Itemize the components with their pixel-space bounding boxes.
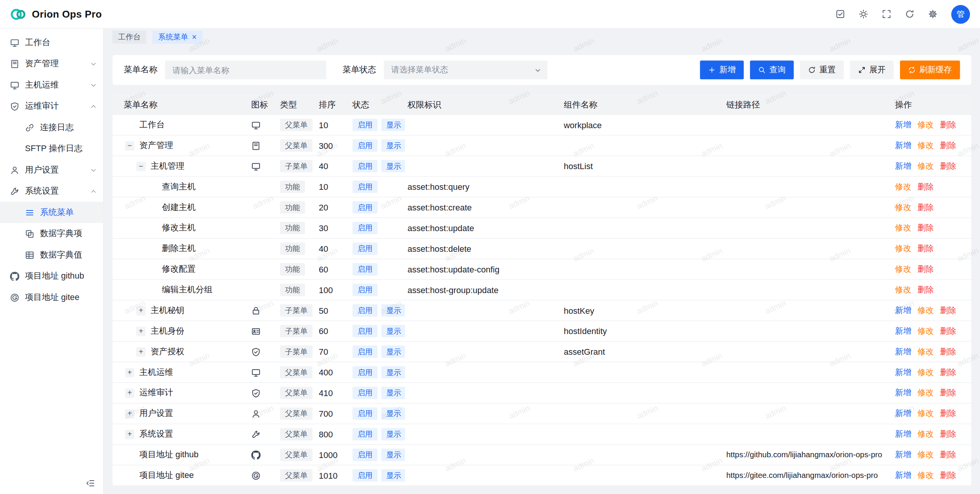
expand-row-icon[interactable]: + [125,429,134,439]
add-button[interactable]: 新增 [700,60,744,79]
sidebar-item[interactable]: 主机运维 [0,74,103,96]
add-link[interactable]: 新增 [895,140,911,151]
sidebar-item[interactable]: 系统设置 [0,181,103,202]
fullscreen-icon[interactable] [882,9,891,18]
add-link[interactable]: 新增 [895,449,911,460]
sidebar-item[interactable]: 项目地址 github [0,266,103,287]
menu-name: 主机身份 [150,326,184,337]
edit-link[interactable]: 修改 [895,222,911,233]
edit-link[interactable]: 修改 [918,140,934,151]
github-icon [251,450,260,459]
edit-link[interactable]: 修改 [895,284,911,295]
delete-link[interactable]: 删除 [918,222,934,233]
edit-link[interactable]: 修改 [918,449,934,460]
order-cell: 60 [316,264,350,274]
order-cell: 10 [316,182,350,191]
sidebar-item[interactable]: 用户设置 [0,159,103,181]
expand-row-icon[interactable]: + [125,409,134,418]
edit-link[interactable]: 修改 [918,470,934,481]
expand-row-icon[interactable]: + [125,368,134,377]
add-link[interactable]: 新增 [895,429,911,440]
delete-link[interactable]: 删除 [918,284,934,295]
menu-table: 菜单名称图标类型排序状态权限标识组件名称链接路径操作 工作台父菜单10启用显示w… [113,95,971,486]
add-link[interactable]: 新增 [895,367,911,378]
delete-link[interactable]: 删除 [940,408,956,419]
delete-link[interactable]: 删除 [940,161,956,172]
type-cell: 父菜单 [278,407,316,420]
edit-link[interactable]: 修改 [918,326,934,337]
edit-link[interactable]: 修改 [895,202,911,213]
user-avatar[interactable]: 管 [951,5,970,23]
edit-link[interactable]: 修改 [895,181,911,192]
delete-link[interactable]: 删除 [940,429,956,440]
checkbox-icon[interactable] [836,9,845,18]
collapse-row-icon[interactable]: − [125,141,134,150]
refresh-icon[interactable] [905,9,914,18]
add-link[interactable]: 新增 [895,119,911,130]
add-link[interactable]: 新增 [895,161,911,172]
expand-row-icon[interactable]: + [125,388,134,398]
add-link[interactable]: 新增 [895,326,911,337]
reset-button[interactable]: 重置 [800,60,844,79]
delete-link[interactable]: 删除 [918,202,934,213]
edit-link[interactable]: 修改 [918,429,934,440]
delete-link[interactable]: 删除 [940,449,956,460]
add-link[interactable]: 新增 [895,408,911,419]
edit-link[interactable]: 修改 [918,305,934,316]
sidebar-item[interactable]: 数据字典项 [0,223,103,245]
edit-link[interactable]: 修改 [918,408,934,419]
expand-button[interactable]: 展开 [850,60,893,79]
sidebar-item[interactable]: SFTP 操作日志 [0,138,103,160]
collapse-row-icon[interactable]: − [136,161,145,171]
table-row: 项目地址 gitee父菜单1010启用显示https://gitee.com/l… [113,465,971,486]
sidebar-item[interactable]: 系统菜单 [0,202,103,223]
type-tag: 功能 [280,263,305,276]
edit-link[interactable]: 修改 [918,387,934,398]
delete-link[interactable]: 删除 [918,181,934,192]
component-cell: hostIdentity [561,326,724,336]
add-link[interactable]: 新增 [895,470,911,481]
add-link[interactable]: 新增 [895,305,911,316]
close-icon[interactable]: × [192,33,196,41]
chevron-up-icon [90,188,97,195]
refresh-cache-button[interactable]: 刷新缓存 [900,60,960,79]
delete-link[interactable]: 删除 [918,243,934,254]
delete-link[interactable]: 删除 [940,470,956,481]
sidebar-item[interactable]: 项目地址 gitee [0,287,103,308]
tab-active[interactable]: 系统菜单× [152,30,202,43]
edit-link[interactable]: 修改 [918,161,934,172]
add-link[interactable]: 新增 [895,387,911,398]
menu-fold-icon[interactable] [86,479,95,488]
tab-inactive[interactable]: 工作台 [113,30,146,43]
edit-link[interactable]: 修改 [918,367,934,378]
sidebar-item[interactable]: 工作台 [0,32,103,53]
expand-row-icon[interactable]: + [136,347,145,356]
sidebar-item[interactable]: 运维审计 [0,96,103,117]
sidebar-item[interactable]: 连接日志 [0,117,103,138]
gear-icon[interactable] [928,9,937,18]
delete-link[interactable]: 删除 [940,367,956,378]
delete-link[interactable]: 删除 [940,346,956,357]
add-link[interactable]: 新增 [895,346,911,357]
menu-status-select[interactable]: 请选择菜单状态 [384,60,547,79]
query-button[interactable]: 查询 [750,60,794,79]
gitee-icon [251,471,260,480]
menu-name-input[interactable] [165,60,326,79]
sidebar-item[interactable]: 数据字典值 [0,244,103,266]
edit-link[interactable]: 修改 [918,346,934,357]
expand-row-icon[interactable]: + [136,306,145,315]
delete-link[interactable]: 删除 [940,326,956,337]
edit-link[interactable]: 修改 [895,243,911,254]
sidebar-item[interactable]: 资产管理 [0,53,103,75]
edit-link[interactable]: 修改 [895,264,911,275]
delete-link[interactable]: 删除 [940,119,956,130]
app: Orion Ops Pro 管 工作台资产管理主机运维运维审计连接日志SFTP … [0,0,980,494]
table-row: −主机管理子菜单40启用显示hostList新增修改删除 [113,156,971,177]
sun-icon[interactable] [859,9,868,18]
delete-link[interactable]: 删除 [918,264,934,275]
delete-link[interactable]: 删除 [940,305,956,316]
edit-link[interactable]: 修改 [918,119,934,130]
expand-row-icon[interactable]: + [136,326,145,336]
delete-link[interactable]: 删除 [940,140,956,151]
delete-link[interactable]: 删除 [940,387,956,398]
